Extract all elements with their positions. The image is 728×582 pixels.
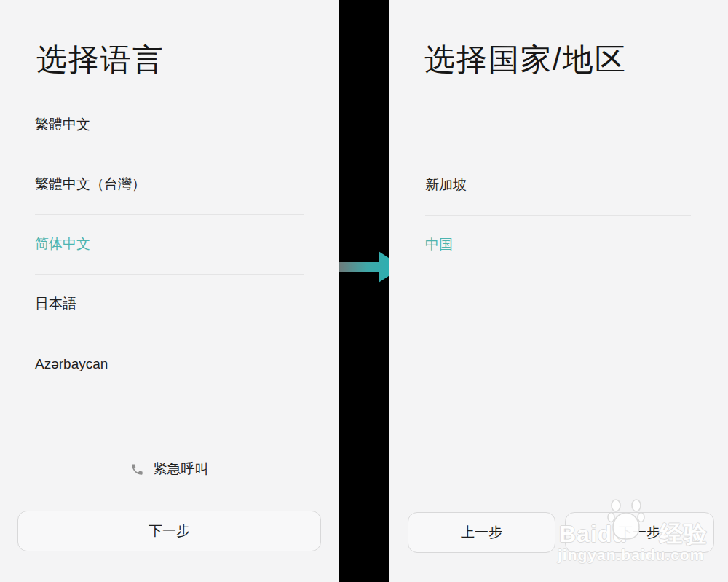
language-item-traditional-chinese[interactable]: 繁體中文 xyxy=(35,116,90,133)
country-item-china-selected[interactable]: 中国 xyxy=(425,236,453,253)
separator-bar xyxy=(339,0,389,582)
country-item-singapore[interactable]: 新加坡 xyxy=(425,176,467,194)
language-item-azerbaycan[interactable]: Azərbaycan xyxy=(35,355,108,373)
divider xyxy=(425,215,691,216)
divider xyxy=(35,214,304,215)
next-button-left[interactable]: 下一步 xyxy=(17,511,321,551)
emergency-call-label: 紧急呼叫 xyxy=(154,460,209,479)
back-button[interactable]: 上一步 xyxy=(408,512,555,553)
page-title-country: 选择国家/地区 xyxy=(424,44,627,75)
divider xyxy=(35,274,304,275)
language-item-japanese[interactable]: 日本語 xyxy=(35,295,76,312)
page-title-language: 选择语言 xyxy=(36,44,165,75)
country-select-screen: 选择国家/地区 新加坡 中国 上一步 下一步 xyxy=(389,0,728,582)
setup-wizard-screenshot: 选择语言 繁體中文 繁體中文（台灣） 简体中文 日本語 Azərbaycan 紧… xyxy=(0,0,728,582)
language-item-simplified-chinese-selected[interactable]: 简体中文 xyxy=(35,235,90,253)
divider xyxy=(425,275,691,275)
emergency-call-button[interactable]: 紧急呼叫 xyxy=(0,459,339,479)
language-select-screen: 选择语言 繁體中文 繁體中文（台灣） 简体中文 日本語 Azərbaycan 紧… xyxy=(0,0,339,582)
phone-icon xyxy=(130,463,144,476)
language-item-traditional-chinese-taiwan[interactable]: 繁體中文（台灣） xyxy=(35,176,146,193)
next-button-right[interactable]: 下一步 xyxy=(565,512,714,553)
